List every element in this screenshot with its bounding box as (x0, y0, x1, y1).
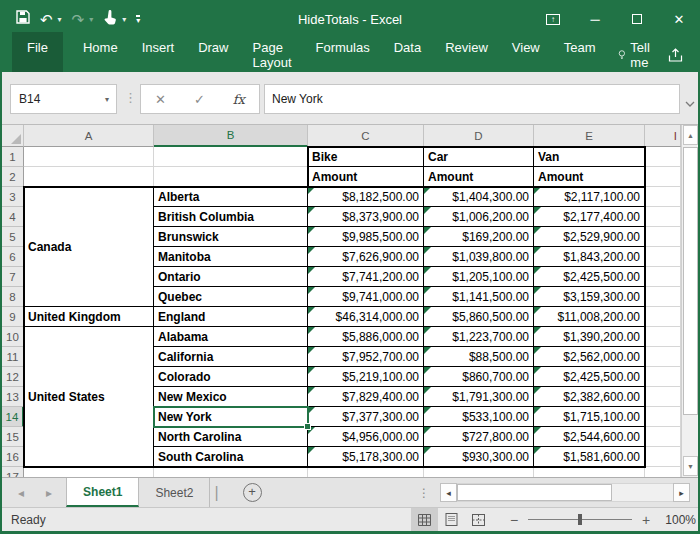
cell-C11[interactable]: $7,952,700.00 (308, 347, 424, 367)
vertical-scrollbar-thumb[interactable] (683, 147, 698, 415)
touch-mode-caret-icon[interactable]: ▾ (122, 15, 126, 24)
cell-C14[interactable]: $7,377,300.00 (308, 407, 424, 427)
touch-mode-icon[interactable] (103, 10, 117, 29)
new-sheet-button[interactable]: + (243, 483, 262, 502)
cell-D5[interactable]: $169,200.00 (424, 227, 534, 247)
row-header-16[interactable]: 16 (2, 447, 24, 467)
cell-A1[interactable] (24, 147, 154, 167)
row-header-6[interactable]: 6 (2, 247, 24, 267)
cell-E14[interactable]: $1,715,100.00 (534, 407, 645, 427)
cell-I7[interactable] (645, 267, 681, 287)
cell-I1[interactable] (645, 147, 681, 167)
cell-C13[interactable]: $7,829,400.00 (308, 387, 424, 407)
cell-E8[interactable]: $3,159,300.00 (534, 287, 645, 307)
row-header-14[interactable]: 14 (2, 407, 24, 427)
cell-D13[interactable]: $1,791,300.00 (424, 387, 534, 407)
cell-D3[interactable]: $1,404,300.00 (424, 187, 534, 207)
cell-E3[interactable]: $2,117,100.00 (534, 187, 645, 207)
cell-D17[interactable] (424, 467, 534, 477)
cell-D11[interactable]: $88,500.00 (424, 347, 534, 367)
cell-I9[interactable] (645, 307, 681, 327)
zoom-in-icon[interactable]: + (640, 512, 652, 528)
cell-D12[interactable]: $860,700.00 (424, 367, 534, 387)
page-layout-view-button[interactable] (438, 508, 465, 531)
cell-C6[interactable]: $7,626,900.00 (308, 247, 424, 267)
cell-C3[interactable]: $8,182,500.00 (308, 187, 424, 207)
name-box[interactable]: B14 ▾ (10, 84, 117, 114)
cell-E12[interactable]: $2,425,500.00 (534, 367, 645, 387)
formula-bar-grip-icon[interactable]: ⋮ (124, 90, 137, 105)
cell-I16[interactable] (645, 447, 681, 467)
cell-I13[interactable] (645, 387, 681, 407)
cell-C5[interactable]: $9,985,500.00 (308, 227, 424, 247)
cell-E15[interactable]: $2,544,600.00 (534, 427, 645, 447)
cell-C7[interactable]: $7,741,200.00 (308, 267, 424, 287)
row-header-15[interactable]: 15 (2, 427, 24, 447)
cell-I12[interactable] (645, 367, 681, 387)
scroll-right-icon[interactable]: ▸ (673, 483, 690, 502)
scroll-up-icon[interactable]: ▲ (683, 125, 698, 145)
cell-D14[interactable]: $533,100.00 (424, 407, 534, 427)
cell-D16[interactable]: $930,300.00 (424, 447, 534, 467)
cell-D15[interactable]: $727,800.00 (424, 427, 534, 447)
cell-C16[interactable]: $5,178,300.00 (308, 447, 424, 467)
cell-I10[interactable] (645, 327, 681, 347)
cell-D4[interactable]: $1,006,200.00 (424, 207, 534, 227)
select-all-corner[interactable] (2, 125, 24, 147)
cell-B10[interactable]: Alabama (154, 327, 308, 347)
row-header-17[interactable]: 17 (2, 467, 24, 477)
cell-E10[interactable]: $1,390,200.00 (534, 327, 645, 347)
cell-D10[interactable]: $1,223,700.00 (424, 327, 534, 347)
page-break-preview-button[interactable] (465, 508, 492, 531)
cell-D2[interactable]: Amount (424, 167, 534, 187)
normal-view-button[interactable] (411, 508, 438, 531)
cancel-icon[interactable]: ✕ (155, 92, 166, 107)
cell-C10[interactable]: $5,886,000.00 (308, 327, 424, 347)
cell-I14[interactable] (645, 407, 681, 427)
zoom-level[interactable]: 100% (662, 513, 698, 527)
row-header-3[interactable]: 3 (2, 187, 24, 207)
cell-B1[interactable] (154, 147, 308, 167)
sheet-tab-sheet1[interactable]: Sheet1 (66, 478, 139, 507)
cell-E5[interactable]: $2,529,900.00 (534, 227, 645, 247)
row-header-4[interactable]: 4 (2, 207, 24, 227)
save-icon[interactable] (16, 10, 30, 28)
row-header-7[interactable]: 7 (2, 267, 24, 287)
cell-E16[interactable]: $1,581,600.00 (534, 447, 645, 467)
cell-B7[interactable]: Ontario (154, 267, 308, 287)
cell-I8[interactable] (645, 287, 681, 307)
name-box-caret-icon[interactable]: ▾ (105, 95, 109, 104)
cell-I6[interactable] (645, 247, 681, 267)
row-header-9[interactable]: 9 (2, 307, 24, 327)
cell-I2[interactable] (645, 167, 681, 187)
cell-E2[interactable]: Amount (534, 167, 645, 187)
cell-C15[interactable]: $4,956,000.00 (308, 427, 424, 447)
vertical-scrollbar[interactable]: ▲ ▼ (681, 125, 698, 477)
cell-E13[interactable]: $2,382,600.00 (534, 387, 645, 407)
cell-A17[interactable] (24, 467, 154, 477)
cell-D6[interactable]: $1,039,800.00 (424, 247, 534, 267)
formula-input[interactable]: New York (264, 84, 680, 114)
share-button[interactable] (667, 47, 684, 63)
cell-E17[interactable] (534, 467, 645, 477)
undo-caret-icon[interactable]: ▾ (58, 15, 62, 24)
horizontal-scrollbar-track[interactable] (457, 483, 673, 502)
insert-function-icon[interactable]: fx (233, 92, 245, 107)
cell-C4[interactable]: $8,373,900.00 (308, 207, 424, 227)
column-header-B[interactable]: B (154, 125, 308, 147)
cell-A3[interactable]: Canada (24, 187, 154, 307)
cell-E11[interactable]: $2,562,000.00 (534, 347, 645, 367)
row-header-12[interactable]: 12 (2, 367, 24, 387)
cell-I5[interactable] (645, 227, 681, 247)
cell-B11[interactable]: California (154, 347, 308, 367)
cell-A2[interactable] (24, 167, 154, 187)
cell-I3[interactable] (645, 187, 681, 207)
horizontal-scrollbar-thumb[interactable] (457, 484, 612, 501)
scroll-down-icon[interactable]: ▼ (683, 456, 698, 476)
expand-formula-bar-icon[interactable] (685, 93, 695, 111)
row-header-1[interactable]: 1 (2, 147, 24, 167)
horizontal-scrollbar[interactable]: ◂ ▸ (440, 483, 690, 502)
cell-C2[interactable]: Amount (308, 167, 424, 187)
cell-E7[interactable]: $2,425,500.00 (534, 267, 645, 287)
cell-I11[interactable] (645, 347, 681, 367)
